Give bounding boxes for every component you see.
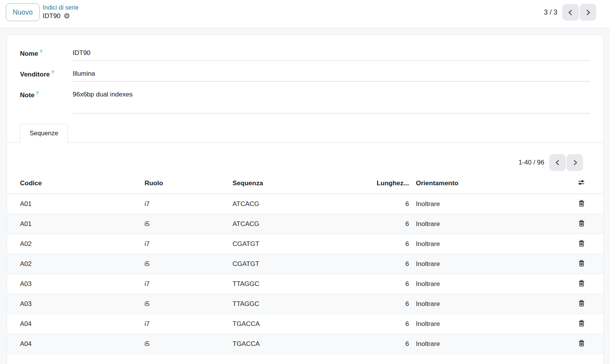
- cell-codice[interactable]: A03: [7, 274, 145, 294]
- cell-ruolo[interactable]: i5: [145, 254, 233, 274]
- help-icon: ?: [40, 49, 42, 54]
- sliders-icon: [578, 179, 585, 186]
- delete-row-button[interactable]: [577, 199, 586, 208]
- cell-sequenza[interactable]: ATCACG: [233, 194, 372, 214]
- list-pager-next-button[interactable]: [567, 154, 583, 171]
- column-header-lunghezza[interactable]: Lunghez...: [372, 176, 409, 194]
- sequence-table: Codice Ruolo Sequenza Lunghez... Orienta…: [7, 176, 603, 354]
- table-row[interactable]: A04 i7 TGACCA 6 Inoltrare: [7, 314, 603, 334]
- field-row-nome: Nome? IDT90: [20, 49, 590, 61]
- delete-row-button[interactable]: [577, 299, 586, 308]
- optional-columns-button[interactable]: [577, 178, 586, 187]
- column-header-sequenza[interactable]: Sequenza: [233, 176, 372, 194]
- table-row[interactable]: A02 i5 CGATGT 6 Inoltrare: [7, 254, 603, 274]
- field-label-nome: Nome?: [20, 49, 73, 61]
- table-row[interactable]: A03 i7 TTAGGC 6 Inoltrare: [7, 274, 603, 294]
- chevron-right-icon: [584, 9, 592, 16]
- sequence-table-body: A01 i7 ATCACG 6 Inoltrare: [7, 194, 603, 354]
- cell-ruolo[interactable]: i7: [145, 194, 233, 214]
- field-row-note: Note? 96x6bp dual indexes: [20, 91, 590, 113]
- record-pager-next-button[interactable]: [580, 4, 596, 21]
- cell-sequenza[interactable]: TTAGGC: [233, 274, 372, 294]
- trash-icon: [578, 279, 585, 287]
- table-row[interactable]: A01 i5 ATCACG 6 Inoltrare: [7, 214, 603, 234]
- cell-codice[interactable]: A02: [7, 234, 145, 254]
- cell-orientamento[interactable]: Inoltrare: [409, 294, 559, 314]
- breadcrumb-link-parent[interactable]: Indici di serie: [43, 4, 78, 12]
- note-input[interactable]: 96x6bp dual indexes: [73, 91, 590, 113]
- cell-ruolo[interactable]: i7: [145, 314, 233, 334]
- help-icon: ?: [36, 91, 39, 95]
- cell-codice[interactable]: A04: [7, 314, 145, 334]
- cell-ruolo[interactable]: i7: [145, 274, 233, 294]
- cell-lunghezza[interactable]: 6: [372, 334, 409, 354]
- cell-sequenza[interactable]: ATCACG: [233, 214, 372, 234]
- cell-codice[interactable]: A01: [7, 214, 145, 234]
- trash-icon: [578, 339, 585, 347]
- tab-sequenze[interactable]: Sequenze: [20, 124, 68, 143]
- gear-icon[interactable]: ⚙: [63, 12, 70, 20]
- cell-codice[interactable]: A02: [7, 254, 145, 274]
- table-row[interactable]: A04 i5 TGACCA 6 Inoltrare: [7, 334, 603, 354]
- delete-row-button[interactable]: [577, 279, 586, 288]
- cell-sequenza[interactable]: TGACCA: [233, 314, 372, 334]
- cell-lunghezza[interactable]: 6: [372, 294, 409, 314]
- new-button[interactable]: Nuovo: [6, 3, 40, 21]
- cell-sequenza[interactable]: CGATGT: [233, 234, 372, 254]
- cell-ruolo[interactable]: i5: [145, 334, 233, 354]
- column-header-orientamento[interactable]: Orientamento: [409, 176, 559, 194]
- cell-lunghezza[interactable]: 6: [372, 234, 409, 254]
- record-pager-value[interactable]: 3 / 3: [544, 8, 557, 17]
- venditore-input[interactable]: Illumina: [73, 70, 590, 81]
- cell-orientamento[interactable]: Inoltrare: [409, 254, 559, 274]
- cell-ruolo[interactable]: i5: [145, 214, 233, 234]
- cell-lunghezza[interactable]: 6: [372, 274, 409, 294]
- chevron-left-icon: [554, 159, 561, 166]
- cell-lunghezza[interactable]: 6: [372, 214, 409, 234]
- list-pager-value[interactable]: 1-40 / 96: [519, 159, 544, 166]
- trash-icon: [578, 259, 585, 267]
- help-icon: ?: [51, 70, 54, 75]
- control-panel: Nuovo Indici di serie IDT90 ⚙ 3 / 3: [0, 0, 610, 28]
- cell-sequenza[interactable]: CGATGT: [233, 254, 372, 274]
- trash-icon: [578, 239, 585, 247]
- cell-sequenza[interactable]: TGACCA: [233, 334, 372, 354]
- cell-orientamento[interactable]: Inoltrare: [409, 214, 559, 234]
- content-area: Nome? IDT90 Venditore? Illumina Note? 96…: [0, 28, 610, 364]
- cell-orientamento[interactable]: Inoltrare: [409, 274, 559, 294]
- cell-orientamento[interactable]: Inoltrare: [409, 234, 559, 254]
- chevron-left-icon: [567, 9, 574, 16]
- cell-lunghezza[interactable]: 6: [372, 194, 409, 214]
- cell-orientamento[interactable]: Inoltrare: [409, 314, 559, 334]
- cell-lunghezza[interactable]: 6: [372, 314, 409, 334]
- form-sheet: Nome? IDT90 Venditore? Illumina Note? 96…: [7, 35, 604, 364]
- table-row[interactable]: A03 i5 TTAGGC 6 Inoltrare: [7, 294, 603, 314]
- delete-row-button[interactable]: [577, 339, 586, 348]
- delete-row-button[interactable]: [577, 259, 586, 268]
- column-header-codice[interactable]: Codice: [7, 176, 145, 194]
- cell-codice[interactable]: A01: [7, 194, 145, 214]
- record-pager-prev-button[interactable]: [562, 4, 579, 21]
- cell-lunghezza[interactable]: 6: [372, 254, 409, 274]
- list-pager-prev-button[interactable]: [549, 154, 566, 171]
- delete-row-button[interactable]: [577, 219, 586, 228]
- cell-codice[interactable]: A03: [7, 294, 145, 314]
- cell-ruolo[interactable]: i5: [145, 294, 233, 314]
- cell-orientamento[interactable]: Inoltrare: [409, 194, 559, 214]
- delete-row-button[interactable]: [577, 319, 586, 328]
- breadcrumb: Indici di serie IDT90 ⚙: [43, 3, 78, 20]
- cell-orientamento[interactable]: Inoltrare: [409, 334, 559, 354]
- trash-icon: [578, 319, 585, 327]
- table-row[interactable]: A02 i7 CGATGT 6 Inoltrare: [7, 234, 603, 254]
- delete-row-button[interactable]: [577, 239, 586, 248]
- cell-codice[interactable]: A04: [7, 334, 145, 354]
- field-label-venditore: Venditore?: [20, 70, 73, 81]
- column-header-ruolo[interactable]: Ruolo: [145, 176, 233, 194]
- trash-icon: [578, 299, 585, 307]
- record-title: IDT90: [43, 12, 60, 20]
- nome-input[interactable]: IDT90: [73, 49, 590, 61]
- table-row[interactable]: A01 i7 ATCACG 6 Inoltrare: [7, 194, 603, 214]
- notebook-tabs: Sequenze: [7, 124, 603, 143]
- cell-sequenza[interactable]: TTAGGC: [233, 294, 372, 314]
- cell-ruolo[interactable]: i7: [145, 234, 233, 254]
